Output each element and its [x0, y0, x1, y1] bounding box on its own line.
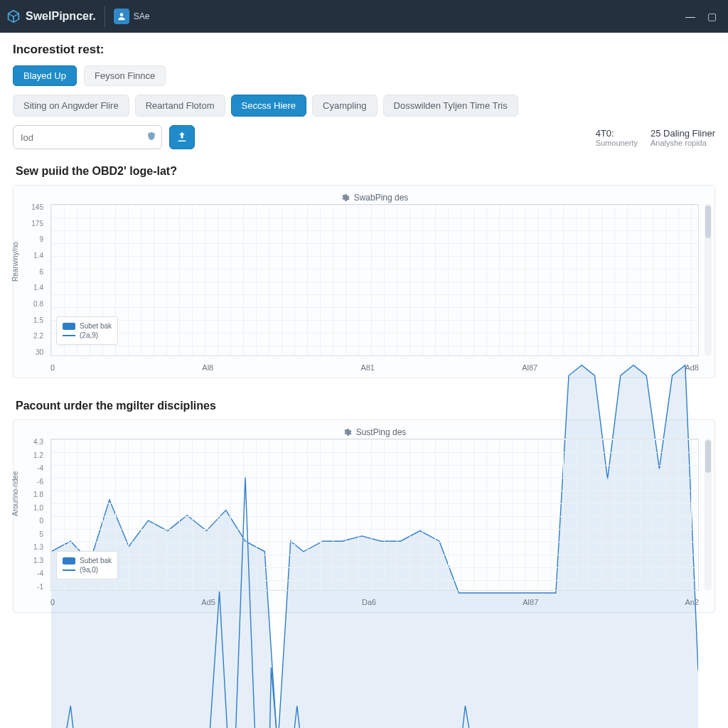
panel1-title: Sew puiid the OBD2' loge-lat?	[13, 156, 715, 185]
legend2a: Subet bak	[80, 557, 112, 564]
export-icon	[176, 131, 188, 144]
app-header: SwelPipncer. SAe — ▢	[0, 0, 728, 33]
tab-4[interactable]: Dosswilden Tyljen Time Tris	[383, 95, 518, 117]
legend1b: (2a,9)	[80, 331, 98, 339]
tab-row: Siting on Angwder Flire Reartand Flotom …	[13, 95, 715, 117]
chart2-legend: Subet bak (9a,0)	[56, 551, 118, 579]
chart2-plot	[50, 439, 699, 591]
chart1-xaxis: 0Al8A81Al87Ad8	[50, 363, 699, 372]
divider	[105, 6, 105, 27]
chart1-scrollbar[interactable]	[705, 204, 712, 356]
run-button[interactable]	[169, 125, 195, 149]
tab-0[interactable]: Siting on Angwder Flire	[13, 95, 129, 117]
brand-name: SwelPipncer.	[26, 10, 96, 23]
person-icon	[114, 9, 129, 24]
tab-2[interactable]: Seccss Hiere	[231, 95, 307, 117]
gear-icon[interactable]	[343, 428, 352, 437]
meta2-label: Analyshe ropida	[651, 139, 715, 147]
maximize-button[interactable]: ▢	[701, 7, 722, 26]
page-title: Incorestiot rest:	[13, 43, 715, 57]
meta1-label: Sumounerty	[596, 139, 638, 147]
search-input[interactable]	[13, 125, 162, 149]
summary-meta: 4T0: Sumounerty 25 Daling Fliner Analysh…	[596, 128, 715, 147]
minimize-button[interactable]: —	[680, 7, 701, 26]
chart2-label: SustPing des	[356, 427, 407, 437]
shield-icon	[146, 132, 156, 144]
chart1-legend: Subet bak (2a,9)	[56, 316, 118, 345]
legend1a: Subet bak	[80, 322, 112, 330]
mode-pill-secondary[interactable]: Feyson Finnce	[84, 65, 166, 86]
chart-panel-1: SwabPing des Rearwiny/no 14517591.461.40…	[13, 185, 715, 378]
chart2-xaxis: 0Ad5Da6Al87An2	[50, 598, 699, 606]
mode-pill-primary[interactable]: Blayed Up	[13, 65, 77, 86]
meta1-value: 4T0:	[596, 128, 638, 139]
chart2-scrollbar[interactable]	[705, 439, 712, 591]
legend2b: (9a,0)	[80, 566, 98, 574]
svg-point-0	[119, 13, 123, 16]
chart2-yaxis: 4.31.2-4-61.81.0051.31.3-4-1	[14, 439, 46, 591]
chart1-label: SwabPing des	[354, 193, 409, 203]
tab-1[interactable]: Reartand Flotom	[135, 95, 225, 117]
chart-panel-2: SustPing des Arourino-ridee 4.31.2-4-61.…	[13, 419, 715, 613]
brand: SwelPipncer.	[6, 9, 96, 24]
chart1-yaxis: 14517591.461.40.81.52.230	[14, 204, 46, 356]
cube-icon	[6, 9, 21, 24]
context-badge-label: SAe	[134, 11, 150, 21]
meta2-value: 25 Daling Fliner	[651, 128, 715, 139]
context-badge[interactable]: SAe	[114, 9, 150, 24]
chart1-plot	[50, 204, 699, 356]
gear-icon[interactable]	[341, 193, 350, 202]
tab-3[interactable]: Cyampling	[312, 95, 377, 117]
